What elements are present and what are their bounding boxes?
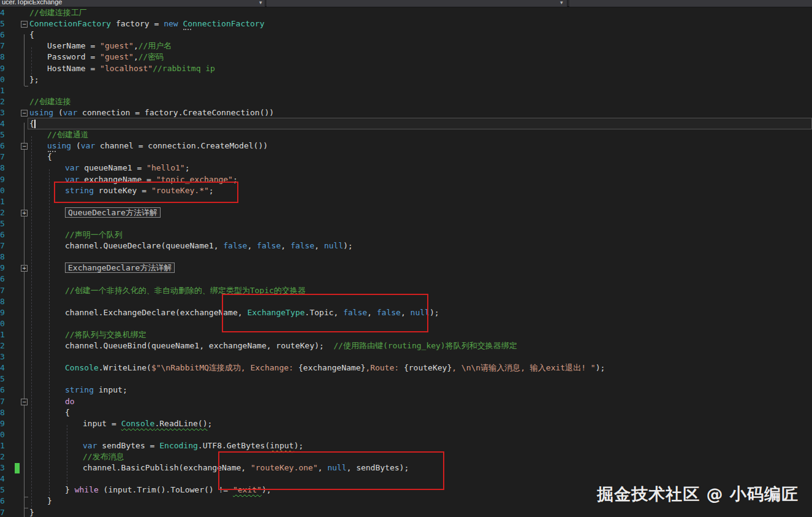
code-line[interactable]: 9HostName = "localhost"//rabbitmq ip (0, 63, 812, 75)
code-text: using (var connection = factory.CreateCo… (29, 107, 274, 118)
code-text: //创建连接工厂 (29, 7, 87, 18)
code-line[interactable]: 0}; (0, 74, 812, 86)
member-dropdown[interactable] (569, 0, 812, 7)
token: ; (208, 419, 213, 428)
token: (input.Trim().ToLower() != (99, 485, 233, 494)
token: channel = connection.CreateModel()) (95, 141, 268, 150)
code-line[interactable]: 4//创建连接工厂 (0, 7, 812, 19)
token: //rabbitmq ip (153, 64, 215, 73)
code-line[interactable]: 3 (0, 351, 812, 363)
code-line[interactable]: 6//声明一个队列 (0, 229, 812, 241)
code-line[interactable]: 4{ (0, 118, 812, 130)
line-number: 5 (0, 18, 6, 29)
token (178, 19, 183, 28)
line-number: 5 (0, 484, 6, 496)
code-line[interactable]: 8var queueName1 = "hello1"; (0, 163, 812, 174)
type-dropdown[interactable]: ▾ (267, 0, 567, 7)
line-number: 4 (0, 7, 6, 18)
code-line[interactable]: 3−using (var connection = factory.Create… (0, 107, 812, 119)
token: "guest" (100, 52, 134, 61)
fold-collapse-icon[interactable]: − (21, 21, 28, 28)
code-line[interactable]: 5//创建通道 (0, 129, 812, 141)
token: { (29, 119, 34, 128)
code-line[interactable]: 6string input; (0, 385, 812, 396)
token: //创建连接工厂 (29, 8, 87, 17)
collapsed-region-box[interactable]: ExchangeDeclare方法详解 (65, 262, 175, 273)
code-text: } (29, 507, 34, 517)
token: "localhost" (100, 64, 153, 73)
code-line[interactable]: 5 (0, 218, 812, 230)
token: Console (65, 363, 99, 372)
line-number: 3 (0, 351, 6, 362)
code-line[interactable]: 7UserName = "guest",//用户名 (0, 40, 812, 52)
line-number: 2 (0, 96, 6, 107)
code-line[interactable]: 5 (0, 373, 812, 385)
token: "hello1" (146, 163, 185, 172)
token: queueName1 = (79, 163, 146, 172)
token: channel.ExchangeDeclare(exchangeName, (65, 308, 247, 317)
code-line[interactable]: 1var sendBytes = Encoding.UTF8.GetBytes(… (0, 440, 812, 452)
code-line[interactable]: 1 (0, 85, 812, 97)
code-editor[interactable]: 4//创建连接工厂5−ConnectionFactory factory = n… (0, 7, 812, 517)
token: //密码 (138, 52, 164, 61)
line-number: 7 (0, 285, 6, 296)
project-dropdown[interactable]: ucer.TopicExchange ▾ (0, 0, 265, 7)
token: ); (294, 441, 303, 450)
fold-expand-icon[interactable]: + (21, 265, 28, 272)
code-line[interactable]: 9input = Console.ReadLine(); (0, 418, 812, 430)
token: //创建通道 (47, 130, 89, 139)
fold-expand-icon[interactable]: + (21, 210, 28, 216)
token: channel.QueueDeclare(queueName1, (65, 241, 223, 250)
code-line[interactable]: 6{ (0, 29, 812, 41)
token: ); (343, 241, 353, 250)
token: , (314, 241, 324, 250)
line-number: 8 (0, 407, 6, 418)
code-line[interactable]: 8{ (0, 407, 812, 419)
line-number: 7 (0, 396, 6, 407)
code-text: string input; (65, 385, 127, 396)
token: "guest" (100, 41, 134, 50)
chevron-down-icon: ▾ (259, 0, 262, 6)
code-line[interactable]: 2+QueueDeclare方法详解 (0, 207, 812, 219)
code-line[interactable]: 7{ (0, 151, 812, 163)
code-line[interactable]: 9+ExchangeDeclare方法详解 (0, 262, 812, 274)
fold-collapse-icon[interactable]: − (21, 399, 28, 405)
token: sendBytes = (97, 441, 159, 450)
code-line[interactable]: 5−ConnectionFactory factory = new Connec… (0, 18, 812, 30)
code-line[interactable]: 6−using (var channel = connection.Create… (0, 140, 812, 152)
code-line[interactable]: 6 (0, 274, 812, 285)
token: //用户名 (138, 41, 172, 50)
fold-collapse-icon[interactable]: − (21, 110, 28, 117)
line-number: 7 (0, 240, 6, 251)
token: Console (121, 419, 155, 428)
token: }; (29, 75, 39, 84)
code-line[interactable]: 7} (0, 507, 812, 517)
token: using (47, 140, 71, 151)
code-line[interactable]: 2//创建连接 (0, 96, 812, 108)
token: } (47, 496, 52, 505)
code-line[interactable]: 7−do (0, 396, 812, 408)
token: { (29, 30, 34, 39)
code-line[interactable]: 4Console.WriteLine($"\nRabbitMQ连接成功, Exc… (0, 362, 812, 374)
code-line[interactable]: 8 (0, 251, 812, 263)
line-number: 8 (0, 163, 6, 174)
code-text: HostName = "localhost"//rabbitmq ip (47, 63, 215, 74)
code-text: var sendBytes = Encoding.UTF8.GetBytes(i… (83, 440, 303, 451)
code-line[interactable]: 8Password = "guest",//密码 (0, 52, 812, 63)
line-number: 1 (0, 440, 6, 451)
collapsed-region-box[interactable]: QueueDeclare方法详解 (65, 207, 161, 218)
code-text: { (29, 118, 34, 129)
code-text: QueueDeclare方法详解 (65, 207, 161, 218)
code-line[interactable]: 2channel.QueueBind(queueName1, exchangeN… (0, 340, 812, 352)
token: false (290, 241, 314, 250)
line-number: 5 (0, 218, 6, 229)
code-line[interactable]: 0 (0, 429, 812, 441)
token: null (324, 241, 343, 250)
token: var (83, 441, 97, 450)
code-text: } (47, 496, 52, 507)
line-number: 0 (0, 318, 6, 329)
code-line[interactable]: 7channel.QueueDeclare(queueName1, false,… (0, 240, 812, 252)
token: string (65, 385, 94, 394)
fold-collapse-icon[interactable]: − (21, 143, 28, 150)
token: do (65, 397, 75, 406)
